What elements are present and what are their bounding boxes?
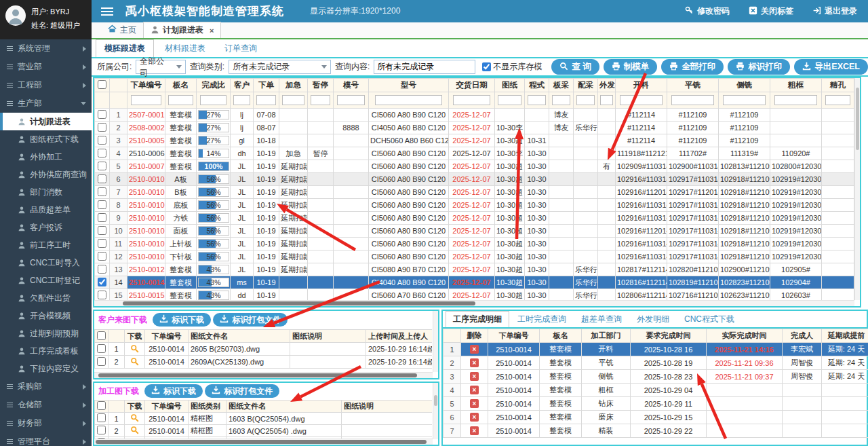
column-filter-input[interactable] <box>131 95 161 105</box>
sidebar-group-管理平台[interactable]: 管理平台 <box>0 432 92 446</box>
scrollbar-thumb[interactable] <box>856 88 859 150</box>
row-checkbox[interactable] <box>97 413 106 422</box>
table-row[interactable]: 142510-0014整套模43%ms10-19CI4040 A80 B90 C… <box>95 276 855 289</box>
column-filter-input[interactable] <box>671 95 713 105</box>
table-row[interactable]: 1×2510-0014整套模开料2025-10-28 162025-11-21 … <box>443 343 868 356</box>
main-horizontal-scrollbar[interactable] <box>94 300 854 306</box>
main-vertical-scrollbar[interactable] <box>854 78 860 300</box>
sidebar-group-生产部[interactable]: 生产部 <box>0 94 92 113</box>
column-filter-input[interactable] <box>528 95 546 105</box>
column-filter-input[interactable] <box>600 95 612 105</box>
table-row[interactable]: 132510-0012整套模43%JL10-19延期扣款CI5080 A90 B… <box>95 263 855 276</box>
table-row[interactable]: 152510-0015整套模43%dd10-19CI5060 A70 B60 C… <box>95 289 855 301</box>
table-row[interactable]: 42510-0006整套模14%dh10-19加急暂停CI5060 A80 B9… <box>95 147 855 160</box>
delete-icon[interactable]: × <box>470 345 479 354</box>
sidebar-item-欠配件出货[interactable]: 欠配件出货 <box>0 289 92 307</box>
action-button-导出EXCEL[interactable]: 导出EXCEL <box>794 59 868 75</box>
sidebar-group-工程部[interactable]: 工程部 <box>0 76 92 94</box>
table-row[interactable]: 32510-0005整套模27%gl10-18DCH5060 A80 B60 C… <box>95 134 855 147</box>
action-button-标识打包文件[interactable]: 标识打包文件 <box>205 384 279 398</box>
sidebar-item-客户投诉[interactable]: 客户投诉 <box>0 219 92 236</box>
column-filter-input[interactable] <box>233 95 251 105</box>
table-row[interactable]: 82510-0010底板56%JL10-19延期扣款CI5060 A80 B90… <box>95 199 855 212</box>
sidebar-item-CNC工时导入[interactable]: CNC工时导入 <box>0 254 92 272</box>
table-row[interactable]: 22510-00142609A(CX25139).dwg2025-10-29 1… <box>95 356 433 369</box>
sidebar-item-图纸程式下载[interactable]: 图纸程式下载 <box>0 130 92 148</box>
subtab-模胚跟进表[interactable]: 模胚跟进表 <box>96 39 154 57</box>
row-checkbox[interactable] <box>98 200 106 209</box>
column-header-精孔[interactable]: 精孔 <box>822 79 854 92</box>
avatar[interactable] <box>5 5 26 26</box>
column-header-开料[interactable]: 开料 <box>616 79 667 92</box>
top-action-logout[interactable]: 退出登录 <box>812 5 857 17</box>
table-row[interactable]: 5×2510-0014整套模钻床2025-10-29 11 <box>443 397 868 411</box>
scrollbar-thumb[interactable] <box>123 301 475 305</box>
column-header-板名[interactable]: 板名 <box>165 79 197 92</box>
sidebar-group-仓储部[interactable]: 仓储部 <box>0 396 92 414</box>
table-row[interactable]: 4×2510-0014整套模粗框2025-10-29 04 <box>443 384 868 397</box>
column-header-图纸[interactable]: 图纸 <box>495 79 525 92</box>
column-filter-input[interactable] <box>200 95 227 105</box>
delete-icon[interactable]: × <box>470 426 479 435</box>
sidebar-item-下拉内容定义[interactable]: 下拉内容定义 <box>0 360 92 377</box>
sidebar-item-CNC工时登记[interactable]: CNC工时登记 <box>0 272 92 289</box>
subtab-订单查询[interactable]: 订单查询 <box>216 40 265 57</box>
table-row[interactable]: 7×2510-0014整套模精装2025-10-29 22 <box>443 424 868 438</box>
table-row[interactable]: 112510-0010上针板56%JL10-19延期扣款CI5060 A80 B… <box>95 238 855 250</box>
customer-horizontal-scrollbar[interactable] <box>94 372 433 378</box>
table-row[interactable]: 22510-0014精框图1603 A(QC25054) .dwg <box>95 425 433 437</box>
top-action-change-password[interactable]: 修改密码 <box>685 5 730 17</box>
table-row[interactable]: 62510-0010A板56%JL10-19延期扣款CI5060 A80 B90… <box>95 173 855 186</box>
table-row[interactable]: 122510-0010下针板56%JL10-19延期扣款CI5060 A80 B… <box>95 250 855 263</box>
content-input[interactable] <box>374 60 475 74</box>
delete-icon[interactable]: × <box>470 386 479 394</box>
select-all-checkbox[interactable] <box>98 80 106 89</box>
row-checkbox[interactable] <box>98 226 106 235</box>
delete-icon[interactable]: × <box>470 358 479 367</box>
customer-vertical-scrollbar[interactable] <box>433 311 438 372</box>
tab-主页[interactable]: 主页 <box>101 22 143 38</box>
column-filter-input[interactable] <box>256 95 276 105</box>
table-row[interactable]: 52510-0007整套模100%JL10-19延期扣款CI5060 A80 B… <box>95 160 855 173</box>
action-button-查询[interactable]: 查 询 <box>551 59 599 75</box>
column-header-模号[interactable]: 模号 <box>334 79 369 92</box>
column-filter-input[interactable] <box>311 95 330 105</box>
table-row[interactable]: 6×2510-0014整套模磨床2025-10-29 15 <box>443 411 868 424</box>
column-header-平铣[interactable]: 平铣 <box>667 79 719 92</box>
table-row[interactable]: 2×2510-0014整套模平铣2025-10-28 192025-11-21 … <box>443 356 868 370</box>
detail-tab-工序完成明细[interactable]: 工序完成明细 <box>446 311 509 327</box>
column-header-程式[interactable]: 程式 <box>525 79 549 92</box>
column-filter-input[interactable] <box>552 95 570 105</box>
table-row[interactable]: 3×2510-0014整套模侧铣2025-10-28 232025-11-21 … <box>443 370 868 384</box>
column-header-下单[interactable]: 下单 <box>254 79 279 92</box>
column-filter-input[interactable] <box>576 95 595 105</box>
table-row[interactable]: 92510-0010方铁56%JL10-19延期扣款CI5060 A80 B90… <box>95 212 855 225</box>
row-checkbox[interactable] <box>98 174 106 183</box>
action-button-标识打包文件[interactable]: 标识打包文件 <box>213 313 288 327</box>
action-button-标识下载[interactable]: 标识下载 <box>144 384 203 398</box>
column-filter-input[interactable] <box>337 95 365 105</box>
detail-tab-外发明细[interactable]: 外发明细 <box>630 312 676 327</box>
row-checkbox[interactable] <box>98 213 106 222</box>
sidebar-item-前工序工时[interactable]: 前工序工时 <box>0 236 92 254</box>
delete-icon[interactable]: × <box>470 372 479 381</box>
close-icon[interactable]: × <box>210 26 214 35</box>
column-header-型号[interactable]: 型号 <box>369 79 449 92</box>
sidebar-item-开合模视频[interactable]: 开合模视频 <box>0 307 92 324</box>
sidebar-group-营业部[interactable]: 营业部 <box>0 58 92 76</box>
action-button-制模单[interactable]: 制模单 <box>604 59 658 75</box>
category-select[interactable]: 所有未完成记录 <box>229 60 331 74</box>
tab-计划跟进表[interactable]: 计划跟进表× <box>143 22 221 38</box>
column-header-板采[interactable]: 板采 <box>549 79 574 92</box>
row-checkbox[interactable] <box>98 252 106 261</box>
row-checkbox[interactable] <box>98 136 106 145</box>
column-header-侧铣[interactable]: 侧铣 <box>719 79 770 92</box>
select-all-checkbox[interactable] <box>97 401 106 410</box>
column-filter-input[interactable] <box>774 95 816 105</box>
row-checkbox[interactable] <box>98 239 106 248</box>
top-action-close-tabs[interactable]: 关闭标签 <box>749 5 793 17</box>
row-checkbox[interactable] <box>97 344 106 353</box>
sidebar-item-计划跟进表[interactable]: 计划跟进表 <box>0 113 92 130</box>
subtab-材料跟进表[interactable]: 材料跟进表 <box>157 40 214 57</box>
sidebar-item-外协加工[interactable]: 外协加工 <box>0 148 92 166</box>
